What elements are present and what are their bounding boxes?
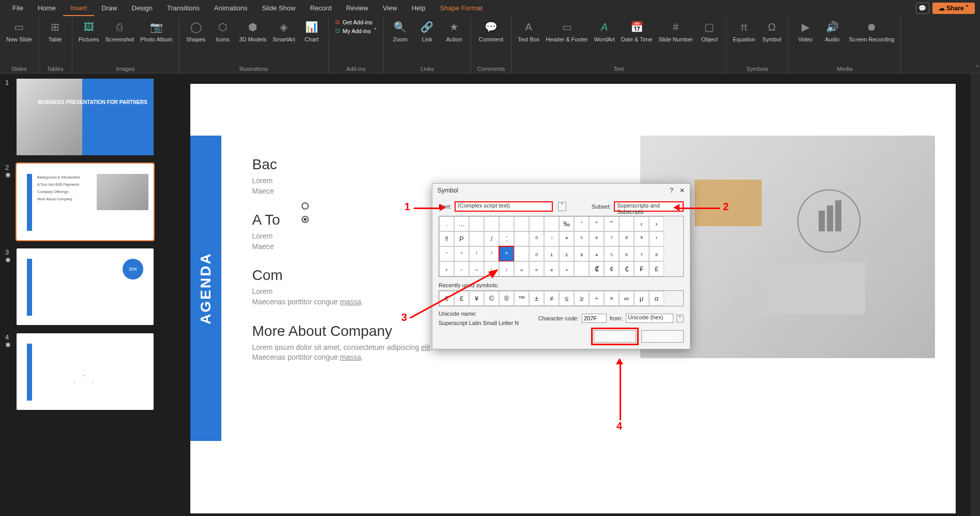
- char-cell[interactable]: ₃: [574, 246, 589, 261]
- comments-pane-icon[interactable]: 💬: [916, 3, 929, 14]
- smartart-button[interactable]: ◈SmartArt: [273, 19, 295, 42]
- recent-char-cell[interactable]: ≥: [574, 291, 589, 306]
- char-cell[interactable]: ′: [574, 216, 589, 231]
- menu-design[interactable]: Design: [125, 1, 160, 16]
- char-cell[interactable]: ⁻: [439, 246, 454, 261]
- slide-thumb-2[interactable]: Background & IntroductionA Tour into B2B…: [17, 164, 154, 240]
- menu-home[interactable]: Home: [31, 1, 63, 16]
- from-dropdown-icon[interactable]: ˅: [676, 315, 684, 322]
- slide-thumb-3[interactable]: 20X: [17, 248, 154, 325]
- object-button[interactable]: ▢Object: [699, 19, 720, 42]
- char-cell[interactable]: ⁸: [619, 231, 634, 246]
- char-cell[interactable]: ₅: [604, 246, 619, 261]
- char-cell[interactable]: ₐ: [514, 261, 529, 276]
- recent-char-cell[interactable]: μ: [634, 291, 649, 306]
- char-cell[interactable]: [469, 231, 484, 246]
- char-cell[interactable]: [514, 216, 529, 231]
- new-slide-button[interactable]: ▭New Slide: [6, 19, 32, 42]
- recent-char-cell[interactable]: ≠: [544, 291, 559, 306]
- charcode-input[interactable]: [582, 314, 607, 323]
- char-cell[interactable]: ₇: [634, 246, 649, 261]
- char-cell[interactable]: £: [649, 261, 664, 276]
- menu-transitions[interactable]: Transitions: [160, 1, 207, 16]
- menu-file[interactable]: File: [5, 1, 31, 16]
- photo-album-button[interactable]: 📷Photo Album: [140, 19, 172, 42]
- char-cell[interactable]: ⁿ: [499, 246, 514, 261]
- recent-char-cell[interactable]: ×: [604, 291, 619, 306]
- char-cell[interactable]: ⁹: [634, 231, 649, 246]
- char-cell[interactable]: ⁵: [574, 231, 589, 246]
- slide-thumb-4[interactable]: [17, 333, 154, 410]
- pictures-button[interactable]: 🖼Pictures: [79, 19, 99, 42]
- recent-char-cell[interactable]: ≤: [559, 291, 574, 306]
- symbol-button[interactable]: ΩSymbol: [761, 19, 782, 42]
- char-cell[interactable]: ₵: [619, 261, 634, 276]
- char-cell[interactable]: ⁼: [454, 246, 469, 261]
- char-cell[interactable]: .: [439, 216, 454, 231]
- slide-number-button[interactable]: #Slide Number: [658, 19, 693, 42]
- equation-button[interactable]: πEquation: [733, 19, 755, 42]
- char-cell[interactable]: …: [454, 216, 469, 231]
- char-cell[interactable]: ₀: [529, 246, 544, 261]
- char-cell[interactable]: ₁: [544, 246, 559, 261]
- collapse-ribbon-icon[interactable]: ^: [976, 63, 979, 71]
- char-cell[interactable]: /: [484, 231, 499, 246]
- close-icon[interactable]: ✕: [680, 187, 685, 194]
- char-cell[interactable]: ⁚: [499, 231, 514, 246]
- action-button[interactable]: ★Action: [444, 19, 464, 42]
- menu-shape-format[interactable]: Shape Format: [433, 1, 490, 16]
- char-cell[interactable]: ₂: [559, 246, 574, 261]
- char-cell[interactable]: ₆: [619, 246, 634, 261]
- recent-char-cell[interactable]: ®: [499, 291, 514, 306]
- video-button[interactable]: ▶Video: [795, 19, 816, 42]
- models-button[interactable]: ⬢3D Models: [239, 19, 267, 42]
- my-addins-button[interactable]: ⊡ My Add-ins ˅: [335, 27, 377, 34]
- menu-record[interactable]: Record: [303, 1, 339, 16]
- screen-recording-button[interactable]: ⏺Screen Recording: [849, 19, 894, 42]
- char-cell[interactable]: [544, 216, 559, 231]
- char-cell[interactable]: ⁾: [484, 246, 499, 261]
- insert-button[interactable]: Insert: [594, 330, 636, 343]
- recent-char-cell[interactable]: ∞: [619, 291, 634, 306]
- char-cell[interactable]: ₣: [634, 261, 649, 276]
- char-cell[interactable]: ›: [649, 216, 664, 231]
- char-cell[interactable]: [469, 216, 484, 231]
- chart-button[interactable]: 📊Chart: [301, 19, 322, 42]
- zoom-button[interactable]: 🔍Zoom: [390, 19, 411, 42]
- char-cell[interactable]: [514, 231, 529, 246]
- char-cell[interactable]: ‰: [559, 216, 574, 231]
- char-cell[interactable]: [499, 216, 514, 231]
- char-cell[interactable]: [529, 216, 544, 231]
- char-cell[interactable]: ‹: [634, 216, 649, 231]
- cancel-button[interactable]: Cancel: [641, 330, 684, 343]
- menu-slideshow[interactable]: Slide Show: [254, 1, 303, 16]
- share-button[interactable]: ☁ Share ˅: [932, 3, 975, 14]
- screenshot-button[interactable]: ⎙Screenshot: [105, 19, 134, 42]
- icons-button[interactable]: ⬡Icons: [213, 19, 233, 42]
- char-cell[interactable]: [619, 216, 634, 231]
- textbox-button[interactable]: AText Box: [518, 19, 539, 42]
- get-addins-button[interactable]: ⊞ Get Add-ins: [335, 19, 377, 25]
- char-cell[interactable]: ₒ: [544, 261, 559, 276]
- vertical-scrollbar[interactable]: [971, 73, 980, 516]
- char-cell[interactable]: ₎: [499, 261, 514, 276]
- char-cell[interactable]: ⁺: [649, 231, 664, 246]
- slide-thumb-1[interactable]: BUSINESS PRESENTATION FOR PARTNERS: [17, 79, 154, 155]
- font-select[interactable]: (Complex script text): [455, 201, 553, 212]
- char-cell[interactable]: ₡: [589, 261, 604, 276]
- char-cell[interactable]: ″: [589, 216, 604, 231]
- char-cell[interactable]: [514, 246, 529, 261]
- menu-help[interactable]: Help: [404, 1, 433, 16]
- char-cell[interactable]: ‼: [439, 231, 454, 246]
- menu-view[interactable]: View: [375, 1, 404, 16]
- char-cell[interactable]: ⁰: [529, 231, 544, 246]
- menu-animations[interactable]: Animations: [207, 1, 254, 16]
- char-cell[interactable]: ⁶: [589, 231, 604, 246]
- char-cell[interactable]: ₄: [589, 246, 604, 261]
- char-cell[interactable]: ₓ: [559, 261, 574, 276]
- char-cell[interactable]: ⁷: [604, 231, 619, 246]
- char-cell[interactable]: [484, 216, 499, 231]
- menu-draw[interactable]: Draw: [94, 1, 124, 16]
- datetime-button[interactable]: 📅Date & Time: [621, 19, 653, 42]
- comment-button[interactable]: 💬Comment: [479, 19, 504, 42]
